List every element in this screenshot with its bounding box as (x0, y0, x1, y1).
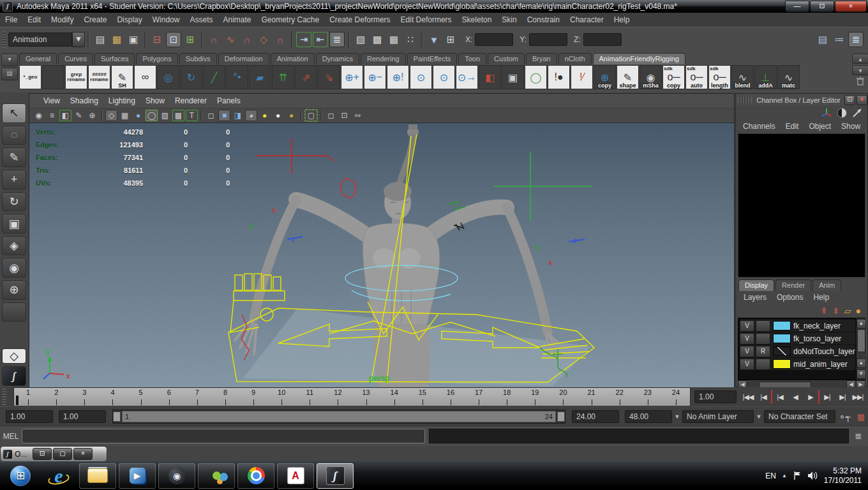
snap-curve-icon[interactable]: ∿ (223, 32, 238, 47)
input-connections-icon[interactable]: ⇥ (296, 32, 311, 47)
timeline-frame-20[interactable]: 20 (549, 388, 577, 406)
close-button[interactable]: × (835, 1, 867, 12)
select-object-icon[interactable]: ⊡ (166, 32, 181, 47)
layer-tab-anim[interactable]: Anim (812, 279, 841, 291)
shelf-target-plus[interactable]: ⊕+ (341, 65, 363, 89)
menu-create-deformers[interactable]: Create Deformers (324, 13, 395, 27)
ipr-render-icon[interactable]: ▦ (386, 32, 401, 47)
step-forward-frame-button[interactable]: ▶| (835, 390, 850, 404)
timeline-frame-1[interactable]: 1 (14, 388, 42, 406)
shelf-shape-pencil[interactable]: ✎shape (617, 65, 639, 89)
animation-start-field[interactable]: 1.00 (6, 410, 53, 423)
chrome-taskbar-button[interactable] (237, 463, 274, 489)
menu-window[interactable]: Window (147, 13, 185, 27)
film-gate-icon[interactable]: ▦ (119, 110, 131, 121)
layer-row[interactable]: Vmid_anim_layer (740, 358, 855, 370)
shelf-tab-general[interactable]: General (19, 53, 57, 64)
layer-visibility-toggle[interactable]: V (740, 359, 754, 370)
rotate-tool[interactable]: ↻ (2, 192, 26, 212)
select-component-icon[interactable]: ⊞ (183, 32, 198, 47)
set-key-icon[interactable]: ⚬┭ (839, 412, 851, 422)
character-set-dropdown-icon[interactable]: ▼ (754, 412, 764, 422)
channel-list-area[interactable] (738, 133, 865, 278)
steam-taskbar-button[interactable] (158, 463, 195, 489)
tray-expand-icon[interactable]: ▲ (782, 473, 787, 479)
shelf-tab-bryan[interactable]: Bryan (526, 53, 557, 64)
shelf-tab-curves[interactable]: Curves (58, 53, 93, 64)
adobe-reader-taskbar-button[interactable] (277, 463, 314, 489)
step-forward-key-button[interactable]: ▶| (818, 390, 835, 404)
layer-tab-display[interactable]: Display (738, 279, 774, 291)
menu-set-dropdown-arrow-icon[interactable]: ▼ (72, 32, 85, 47)
layer-name[interactable]: fk_neck_layer (793, 322, 841, 330)
channel-box-menu-edit[interactable]: Edit (781, 119, 804, 133)
image-plane-icon[interactable]: ✎ (73, 110, 85, 121)
shelf-tab-rendering[interactable]: Rendering (361, 53, 406, 64)
time-slider[interactable]: 123456789101112131415161718192021222324 (13, 387, 691, 406)
command-line-input[interactable] (22, 429, 425, 443)
current-frame-field[interactable]: 1.00 (694, 390, 737, 403)
volume-icon[interactable] (807, 471, 818, 480)
move-tool[interactable]: + (2, 170, 26, 189)
time-slider-grip[interactable] (2, 389, 6, 405)
scroll-up-icon[interactable]: ▲ (857, 319, 866, 329)
scale-tool[interactable]: ▣ (2, 214, 26, 234)
trash-icon[interactable] (857, 77, 864, 85)
timeline-frame-23[interactable]: 23 (634, 388, 662, 406)
timeline-frame-9[interactable]: 9 (239, 388, 267, 406)
use-all-lights-icon[interactable]: ◕ (245, 110, 257, 121)
internet-explorer-taskbar-button[interactable] (41, 464, 77, 488)
range-start-handle[interactable] (113, 412, 121, 422)
shelf-eye-target[interactable]: ⊙ (410, 65, 432, 89)
menu-help[interactable]: Help (609, 13, 635, 27)
menu-file[interactable]: File (0, 13, 22, 27)
shelf-geo-select[interactable]: *_geo (19, 65, 41, 89)
timeline-frame-8[interactable]: 8 (211, 388, 239, 406)
pan-zoom-icon[interactable]: ⊕ (86, 110, 98, 121)
layer-reference-toggle[interactable]: R (756, 346, 770, 357)
speed-dial-icon[interactable] (837, 108, 847, 118)
step-back-frame-button[interactable]: |◀ (756, 390, 771, 404)
shelf-grep-rename[interactable]: grep rename (65, 65, 87, 89)
shelf-menu-icon[interactable]: ▤ (1, 68, 18, 80)
shelf-blend[interactable]: ∿blend (731, 65, 754, 89)
play-backwards-button[interactable]: ◀ (788, 390, 803, 404)
textured-icon[interactable]: ◨ (232, 110, 244, 121)
shelf-arrows-up[interactable]: ⇈ (272, 65, 294, 89)
paint-select-tool[interactable]: ✎ (2, 147, 26, 167)
play-forwards-button[interactable]: ▶ (803, 390, 818, 404)
safe-title-icon[interactable]: T (186, 110, 198, 121)
menu-edit-deformers[interactable]: Edit Deformers (396, 13, 457, 27)
timeline-frame-10[interactable]: 10 (267, 388, 296, 406)
new-layer-from-selected-icon[interactable]: ● (856, 306, 861, 316)
auto-keyframe-icon[interactable]: ▦ (857, 412, 865, 422)
mini-close-icon[interactable]: × (73, 448, 93, 460)
scroll-thumb[interactable] (857, 329, 865, 352)
save-scene-icon[interactable]: ▣ (126, 32, 141, 47)
transform-target-icon[interactable]: ⊞ (443, 32, 458, 47)
timeline-frame-18[interactable]: 18 (493, 388, 521, 406)
manipulator-axis-icon[interactable] (821, 108, 832, 118)
shelf-tab-polygons[interactable]: Polygons (136, 53, 177, 64)
channel-box-menu-object[interactable]: Object (804, 119, 835, 133)
timeline-frame-4[interactable]: 4 (98, 388, 126, 406)
attribute-editor-toggle-icon[interactable]: ▤ (815, 32, 830, 47)
safe-action-icon[interactable]: ▩ (172, 110, 184, 121)
menu-display[interactable]: Display (112, 13, 147, 27)
clock[interactable]: 5:32 PM 17/10/2011 (824, 466, 862, 486)
menu-animate[interactable]: Animate (218, 13, 256, 27)
layer-visibility-toggle[interactable]: V (740, 346, 754, 357)
shelf-tab-surfaces[interactable]: Surfaces (94, 53, 135, 64)
layer-reference-toggle[interactable] (756, 320, 770, 332)
timeline-frame-7[interactable]: 7 (183, 388, 211, 406)
title-bar[interactable]: ʃ Autodesk Maya 2011 x64 - Student Versi… (0, 0, 868, 13)
default-light-icon[interactable]: ● (258, 110, 271, 121)
mini-restore-icon[interactable]: ⊡ (33, 448, 52, 460)
shelf-tab-ncloth[interactable]: nCloth (558, 53, 592, 64)
shelf-tab-animationfriendlyrigging[interactable]: AnimationFriendlyRigging (593, 53, 685, 64)
menu-skin[interactable]: Skin (497, 13, 521, 27)
universal-manipulator-tool[interactable]: ◈ (2, 236, 26, 256)
shelf-sh-pencil[interactable]: ✎SH (111, 65, 133, 89)
shelf-sdk-length[interactable]: o─sdklength (708, 65, 731, 89)
render-settings-icon[interactable]: ∷ (403, 32, 418, 47)
